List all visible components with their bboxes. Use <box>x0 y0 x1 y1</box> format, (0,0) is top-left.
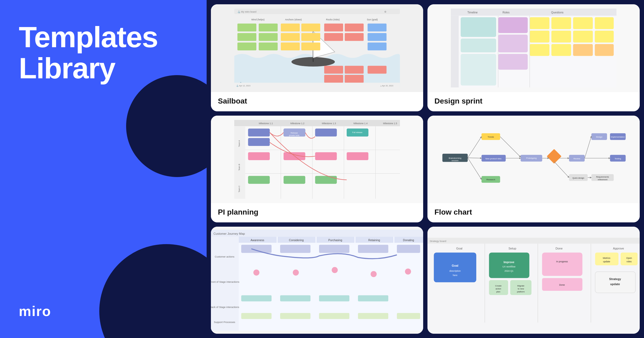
svg-rect-55 <box>595 17 614 29</box>
svg-rect-159 <box>397 245 420 253</box>
decorative-circle-top <box>126 75 207 177</box>
svg-rect-62 <box>573 44 592 56</box>
svg-rect-13 <box>237 24 257 31</box>
svg-rect-19 <box>281 24 300 31</box>
customer-journey-preview: Customer Journey Map Awareness Consideri… <box>211 227 423 334</box>
sailboat-preview: ⚓ My retro board ⚙ Wind (helps) Anchors … <box>211 4 423 92</box>
strategy-card[interactable]: Strategy board Goal Setup Done Approve G… <box>427 227 640 334</box>
svg-rect-171 <box>319 313 349 319</box>
svg-point-164 <box>405 269 411 275</box>
svg-rect-47 <box>461 39 496 52</box>
svg-rect-169 <box>241 313 272 319</box>
miro-logo: miro <box>19 303 188 319</box>
svg-text:UX workflow: UX workflow <box>503 265 516 268</box>
svg-rect-170 <box>280 313 310 319</box>
svg-text:Roles: Roles <box>502 11 509 14</box>
right-panel: ⚓ My retro board ⚙ Wind (helps) Anchors … <box>207 0 644 338</box>
design-sprint-card[interactable]: Timeline Roles Questions <box>427 4 640 111</box>
svg-text:2024 Q1: 2024 Q1 <box>504 270 513 272</box>
svg-rect-26 <box>345 24 364 31</box>
svg-rect-36 <box>345 75 364 83</box>
svg-rect-35 <box>324 75 343 83</box>
svg-text:Questions: Questions <box>551 11 564 14</box>
svg-text:here: here <box>453 274 458 277</box>
svg-rect-0 <box>234 9 400 14</box>
svg-text:Purchasing: Purchasing <box>328 239 342 242</box>
svg-text:Milestone 1.5: Milestone 1.5 <box>383 122 397 125</box>
svg-point-162 <box>332 267 338 273</box>
svg-point-163 <box>371 271 377 277</box>
svg-rect-23 <box>281 43 300 50</box>
svg-rect-29 <box>368 24 387 31</box>
svg-text:Implementation: Implementation <box>611 136 625 138</box>
svg-text:Goal: Goal <box>456 247 462 250</box>
svg-text:description: description <box>449 270 461 272</box>
svg-rect-61 <box>551 44 571 56</box>
svg-rect-21 <box>281 33 300 41</box>
customer-journey-svg: Customer Journey Map Awareness Consideri… <box>211 227 423 334</box>
svg-text:Review: Review <box>573 157 580 160</box>
sailboat-label: Sailboat <box>211 92 423 111</box>
svg-rect-56 <box>530 31 549 43</box>
svg-rect-58 <box>573 31 592 43</box>
svg-rect-18 <box>259 43 278 50</box>
svg-text:Requirements: Requirements <box>596 176 609 178</box>
svg-rect-37 <box>234 83 400 88</box>
svg-text:platform: platform <box>517 291 525 293</box>
svg-rect-91 <box>347 152 368 160</box>
svg-rect-172 <box>358 313 388 319</box>
svg-rect-155 <box>241 245 272 253</box>
svg-text:Customer Journey Map: Customer Journey Map <box>213 232 245 235</box>
svg-text:Design: Design <box>596 136 602 138</box>
svg-rect-25 <box>324 24 343 31</box>
svg-rect-60 <box>530 44 549 56</box>
svg-text:Milestone 1.2: Milestone 1.2 <box>290 122 305 125</box>
flow-chart-preview: Brainstorming session Trends New product… <box>427 116 640 203</box>
svg-rect-200 <box>542 253 582 276</box>
svg-rect-165 <box>241 295 272 302</box>
flow-chart-card[interactable]: Brainstorming session Trends New product… <box>427 116 640 223</box>
svg-rect-54 <box>573 17 592 29</box>
svg-rect-92 <box>248 176 270 184</box>
design-sprint-svg: Timeline Roles Questions <box>433 9 634 87</box>
svg-text:plan: plan <box>496 291 500 293</box>
svg-rect-17 <box>237 43 257 50</box>
svg-rect-158 <box>358 245 388 253</box>
svg-text:Milestone 1.1: Milestone 1.1 <box>259 122 273 125</box>
sailboat-card[interactable]: ⚓ My retro board ⚙ Wind (helps) Anchors … <box>211 4 423 111</box>
svg-text:Improve: Improve <box>504 261 514 264</box>
svg-text:Strategy board: Strategy board <box>430 240 446 243</box>
svg-text:Done: Done <box>559 284 565 286</box>
svg-rect-57 <box>551 31 571 43</box>
design-sprint-preview: Timeline Roles Questions <box>427 4 640 92</box>
pi-planning-svg: Milestone 1.1 Milestone 1.2 Milestone 1.… <box>216 120 418 199</box>
decorative-circle-bottom <box>99 244 207 338</box>
svg-text:Team A: Team A <box>238 140 240 147</box>
svg-rect-49 <box>498 17 528 33</box>
svg-rect-51 <box>498 54 528 70</box>
svg-text:Back of Stage interactions: Back of Stage interactions <box>211 306 239 308</box>
customer-journey-card[interactable]: Customer Journey Map Awareness Consideri… <box>211 227 423 334</box>
svg-rect-63 <box>595 44 614 56</box>
svg-text:In progress: In progress <box>556 260 568 263</box>
svg-text:Milestone 1.3: Milestone 1.3 <box>322 122 336 125</box>
svg-text:private beta: private beta <box>289 134 299 137</box>
svg-text:New product idea: New product idea <box>485 157 502 160</box>
svg-rect-175 <box>427 238 640 244</box>
svg-rect-50 <box>498 35 528 52</box>
svg-text:Customer actions: Customer actions <box>215 255 234 258</box>
pi-planning-label: PI planning <box>211 203 423 222</box>
svg-text:Done: Done <box>555 247 562 250</box>
svg-text:action: action <box>496 288 501 290</box>
svg-text:refinement: refinement <box>598 178 608 181</box>
svg-text:session: session <box>452 159 459 162</box>
svg-text:Research: Research <box>486 178 495 181</box>
svg-text:Prototyping: Prototyping <box>526 157 537 160</box>
svg-rect-166 <box>280 295 310 302</box>
svg-rect-53 <box>551 17 571 29</box>
svg-text:⚓ My retro board: ⚓ My retro board <box>237 10 257 13</box>
svg-text:roles: roles <box>627 260 632 263</box>
pi-planning-card[interactable]: Milestone 1.1 Milestone 1.2 Milestone 1.… <box>211 116 423 223</box>
svg-point-160 <box>253 270 259 276</box>
flow-chart-label: Flow chart <box>427 203 640 222</box>
